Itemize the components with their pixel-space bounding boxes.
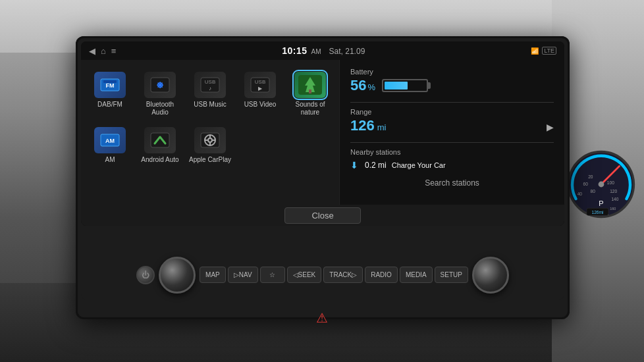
am-icon-img: AM	[94, 127, 126, 153]
usb-music-label: USB Music	[194, 101, 226, 109]
bluetooth-icon: ⎈	[144, 72, 176, 98]
media-button[interactable]: MEDIA	[400, 267, 433, 283]
svg-text:♪: ♪	[209, 86, 211, 91]
divider-2	[350, 142, 554, 143]
nav-button[interactable]: ▷NAV	[228, 267, 258, 283]
svg-text:⎈: ⎈	[157, 79, 164, 90]
bluetooth-button[interactable]: ⎈ BluetoothAudio	[136, 68, 184, 120]
svg-text:20: 20	[588, 174, 593, 179]
clock-time: 10:15	[282, 45, 307, 56]
power-button[interactable]: ⏻	[136, 266, 155, 284]
status-bar: ◀ ⌂ ≡ 10:15 AM Sat, 21.09 📶 LTE	[81, 41, 564, 60]
svg-text:USB: USB	[255, 79, 265, 85]
close-bar: Close	[81, 205, 564, 226]
battery-unit: %	[367, 82, 375, 92]
battery-section: Battery 56 %	[350, 68, 554, 94]
dab-fm-label: DAB/FM	[97, 101, 122, 109]
apple-carplay-button[interactable]: Apple CarPlay	[186, 123, 234, 168]
map-button[interactable]: MAP	[200, 267, 226, 283]
apple-carplay-label: Apple CarPlay	[189, 156, 231, 164]
divider-1	[350, 102, 554, 103]
download-icon: ⬇	[350, 160, 358, 170]
bluetooth-label: BluetoothAudio	[146, 101, 174, 116]
sounds-nature-button[interactable]: Sounds ofnature	[286, 68, 334, 120]
svg-text:P: P	[599, 199, 603, 207]
control-buttons: MAP ▷NAV ☆ ◁SEEK TRACK▷ RADIO MEDIA SETU…	[200, 267, 468, 283]
nearby-name: Charge Your Car	[392, 161, 446, 169]
am-label: AM	[105, 156, 115, 164]
star-button[interactable]: ☆	[260, 267, 285, 283]
vehicle-info-panel: Battery 56 % Range	[339, 60, 564, 205]
svg-rect-28	[309, 90, 311, 93]
svg-text:FM: FM	[106, 82, 115, 89]
usb-video-label: USB Video	[244, 101, 277, 109]
svg-text:160: 160	[610, 207, 616, 211]
svg-rect-31	[151, 133, 169, 147]
icon-row-1: FM DAB/FM ⎈	[86, 68, 334, 120]
track-button[interactable]: TRACK▷	[323, 267, 363, 283]
nearby-label: Nearby stations	[350, 148, 554, 156]
svg-text:100: 100	[607, 180, 614, 185]
time-display: 10:15 AM Sat, 21.09	[282, 45, 365, 56]
warning-triangle: ⚠	[316, 310, 328, 326]
nearby-row: ⬇ 0.2 mi Charge Your Car	[350, 160, 554, 170]
close-button[interactable]: Close	[284, 207, 360, 224]
svg-text:126mi: 126mi	[592, 210, 604, 215]
wifi-icon: 📶	[531, 47, 539, 55]
back-icon[interactable]: ◀	[89, 46, 95, 56]
battery-label: Battery	[350, 68, 554, 76]
head-unit: ◀ ⌂ ≡ 10:15 AM Sat, 21.09 📶 LTE	[76, 36, 570, 319]
dab-fm-button[interactable]: FM DAB/FM	[86, 68, 134, 113]
am-button[interactable]: AM AM	[86, 123, 134, 168]
svg-text:120: 120	[610, 189, 617, 194]
usb-music-button[interactable]: USB ♪ USB Music	[186, 68, 234, 113]
range-arrow-icon: ▶	[547, 122, 554, 132]
svg-text:60: 60	[583, 182, 589, 186]
speedometer: P 80 100 60 120 40 140 20 160 MPH 126mi	[565, 148, 631, 214]
setup-button[interactable]: SETUP	[435, 267, 468, 283]
nearby-distance: 0.2 mi	[365, 161, 387, 170]
usb-music-icon-img: USB ♪	[194, 72, 226, 98]
signal-area: 📶 LTE	[531, 47, 556, 55]
time-am-pm: AM	[311, 48, 321, 55]
android-auto-label: Android Auto	[141, 156, 178, 164]
screen: ◀ ⌂ ≡ 10:15 AM Sat, 21.09 📶 LTE	[81, 41, 564, 226]
media-panel: FM DAB/FM ⎈	[81, 60, 339, 205]
sounds-nature-label: Sounds ofnature	[295, 101, 325, 116]
svg-text:140: 140	[611, 197, 618, 201]
controls-strip: ⏻ MAP ▷NAV ☆ ◁SEEK TRACK▷ RADIO MEDIA SE…	[81, 250, 564, 299]
svg-rect-17	[103, 80, 117, 83]
sounds-nature-icon	[294, 72, 326, 98]
battery-fill	[385, 82, 408, 90]
svg-text:80: 80	[591, 189, 596, 194]
svg-text:40: 40	[577, 192, 583, 196]
icon-row-2: AM AM A	[86, 123, 334, 168]
network-badge: LTE	[542, 47, 556, 55]
usb-video-icon-img: USB ▶	[244, 72, 276, 98]
radio-button[interactable]: RADIO	[365, 267, 398, 283]
menu-icon[interactable]: ≡	[111, 46, 117, 56]
svg-point-2	[599, 182, 604, 188]
nearby-section: Nearby stations ⬇ 0.2 mi Charge Your Car	[350, 148, 554, 170]
date-display: Sat, 21.09	[329, 47, 365, 56]
svg-text:▶: ▶	[258, 86, 263, 91]
svg-text:USB: USB	[205, 79, 215, 85]
home-icon[interactable]: ⌂	[101, 46, 106, 56]
search-stations-button[interactable]: Search stations	[350, 178, 554, 188]
range-unit: mi	[377, 122, 387, 132]
nav-icons: ◀ ⌂ ≡	[89, 46, 116, 56]
seek-back-button[interactable]: ◁SEEK	[287, 267, 322, 283]
dab-fm-icon: FM	[94, 72, 126, 98]
android-auto-icon	[144, 127, 176, 153]
right-knob[interactable]	[472, 257, 509, 294]
svg-text:AM: AM	[105, 138, 115, 144]
usb-video-button[interactable]: USB ▶ USB Video	[236, 68, 284, 113]
apple-carplay-icon	[194, 127, 226, 153]
range-label: Range	[350, 108, 554, 116]
range-value: 126	[350, 117, 375, 134]
battery-value: 56	[350, 77, 366, 94]
left-knob[interactable]	[159, 257, 196, 294]
battery-row: 56 %	[350, 77, 554, 94]
left-dash-panel	[0, 36, 76, 319]
android-auto-button[interactable]: Android Auto	[136, 123, 184, 168]
